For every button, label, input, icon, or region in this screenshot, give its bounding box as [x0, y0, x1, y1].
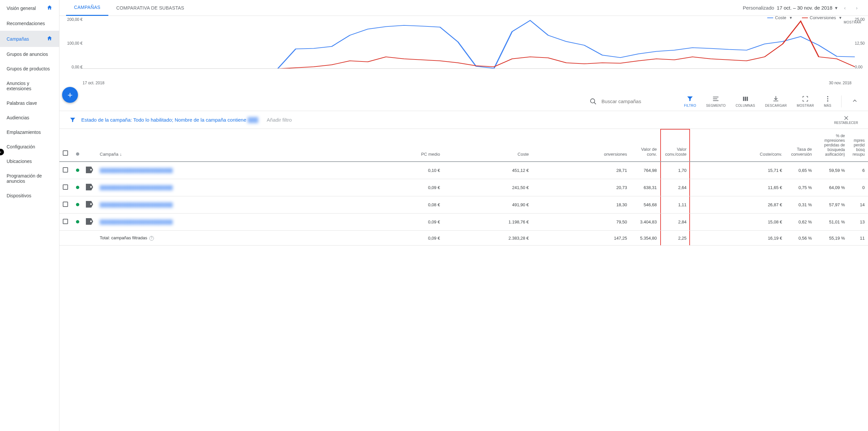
- status-header-icon: [76, 152, 79, 156]
- row-checkbox[interactable]: [63, 202, 68, 207]
- status-dot-icon: [76, 220, 79, 224]
- sidebar-item[interactable]: Dispositivos: [0, 189, 59, 203]
- svg-point-0: [591, 98, 595, 103]
- campaign-name[interactable]: ████████████████████████: [100, 168, 173, 173]
- x-end: 30 nov. 2018: [829, 81, 851, 85]
- x-start: 17 oct. 2018: [83, 81, 104, 85]
- sidebar-item[interactable]: Recomendaciones: [0, 16, 59, 31]
- sidebar-item[interactable]: Configuración: [0, 140, 59, 154]
- table-toolbar: FILTRO SEGMENTO COLUMNAS DESCARGAR MOSTR…: [59, 92, 868, 111]
- search-icon[interactable]: [590, 98, 597, 105]
- svg-point-9: [827, 98, 828, 99]
- more-tool[interactable]: MÁS: [824, 95, 831, 108]
- sidebar: Visión generalRecomendacionesCampañasGru…: [0, 0, 59, 431]
- date-label: Personalizado: [743, 5, 774, 10]
- svg-rect-6: [745, 97, 746, 101]
- col-coste[interactable]: Coste: [443, 129, 532, 162]
- sidebar-item[interactable]: Campañas: [0, 31, 59, 47]
- home-icon: [46, 5, 53, 11]
- row-checkbox[interactable]: [63, 167, 68, 173]
- status-dot-icon: [76, 203, 79, 206]
- date-range-picker[interactable]: Personalizado 17 oct. – 30 nov. de 2018 …: [743, 3, 861, 12]
- main-content: CAMPAÑASCOMPARATIVA DE SUBASTAS Personal…: [59, 0, 868, 431]
- table-row[interactable]: ████████████████████████ 0,09 € 241,50 €…: [59, 179, 868, 196]
- col-impr[interactable]: % de mpresiones perdidas de búsqueda asi…: [815, 129, 848, 162]
- status-dot-icon: [76, 186, 79, 189]
- row-checkbox[interactable]: [63, 219, 68, 224]
- table-row[interactable]: ████████████████████████ 0,08 € 491,90 €…: [59, 196, 868, 213]
- svg-rect-4: [713, 100, 719, 101]
- download-tool[interactable]: DESCARGAR: [765, 95, 787, 108]
- filter-tool[interactable]: FILTRO: [684, 95, 696, 108]
- svg-line-1: [594, 102, 596, 104]
- tab[interactable]: COMPARATIVA DE SUBASTAS: [108, 0, 192, 16]
- collapse-icon[interactable]: [851, 97, 858, 105]
- campaigns-table: Campaña↓ PC medio Coste onversiones Valo…: [59, 128, 868, 246]
- campaign-name[interactable]: ████████████████████████: [100, 202, 173, 207]
- filter-bar: Estado de la campaña: Todo lo habilitado…: [59, 111, 868, 128]
- col-cpc[interactable]: PC medio: [359, 129, 443, 162]
- select-all-checkbox[interactable]: [63, 150, 68, 156]
- add-filter[interactable]: Añadir filtro: [267, 117, 292, 123]
- col-impr2[interactable]: mpres perdid búsq resupu: [848, 129, 868, 162]
- sidebar-item[interactable]: Ubicaciones: [0, 154, 59, 169]
- col-tasa[interactable]: Tasa de conversión: [785, 129, 815, 162]
- tag-icon: [86, 184, 93, 191]
- sidebar-item[interactable]: Visión general: [0, 0, 59, 16]
- filter-chip[interactable]: Estado de la campaña: Todo lo habilitado…: [81, 117, 258, 123]
- date-value: 17 oct. – 30 nov. de 2018: [777, 5, 832, 10]
- tab[interactable]: CAMPAÑAS: [66, 0, 108, 16]
- svg-rect-3: [713, 98, 717, 99]
- sidebar-item[interactable]: Grupos de productos: [0, 61, 59, 76]
- segment-tool[interactable]: SEGMENTO: [706, 95, 726, 108]
- sidebar-item[interactable]: Grupos de anuncios: [0, 47, 59, 61]
- col-campaign[interactable]: Campaña↓: [96, 129, 359, 162]
- col-valor-conv[interactable]: Valor de conv.: [630, 129, 660, 162]
- svg-rect-7: [746, 97, 748, 101]
- info-icon[interactable]: ?: [149, 236, 154, 240]
- table-row[interactable]: ████████████████████████ 0,10 € 451,12 €…: [59, 162, 868, 179]
- search-box: [69, 98, 668, 105]
- tag-icon: [86, 201, 93, 207]
- dropdown-icon[interactable]: ▾: [835, 5, 838, 11]
- tabs-bar: CAMPAÑASCOMPARATIVA DE SUBASTAS Personal…: [59, 0, 868, 16]
- row-checkbox[interactable]: [63, 184, 68, 190]
- chart-area: Coste▾ Conversiones▾ MOSTRAR 200,00 € 10…: [59, 16, 868, 92]
- tag-icon: [86, 218, 93, 225]
- table-total-row: Total: campañas filtradas? 0,09 €2.383,2…: [59, 231, 868, 246]
- search-input[interactable]: [601, 98, 668, 105]
- campaign-name[interactable]: ████████████████████████: [100, 185, 173, 190]
- col-conversiones[interactable]: onversiones: [532, 129, 630, 162]
- expand-tool[interactable]: MOSTRAR: [797, 95, 814, 108]
- table-row[interactable]: ████████████████████████ 0,09 € 1.198,76…: [59, 213, 868, 231]
- sidebar-item[interactable]: Programación de anuncios: [0, 169, 59, 189]
- sidebar-item[interactable]: Audiencias: [0, 110, 59, 125]
- sidebar-item[interactable]: Palabras clave: [0, 96, 59, 110]
- svg-rect-5: [743, 97, 744, 101]
- home-icon: [46, 35, 53, 42]
- table-header-row: Campaña↓ PC medio Coste onversiones Valo…: [59, 129, 868, 162]
- col-coste-conv[interactable]: Coste/conv.: [690, 129, 785, 162]
- svg-point-10: [827, 100, 828, 102]
- sidebar-item[interactable]: Emplazamientos: [0, 125, 59, 140]
- svg-point-8: [827, 96, 828, 97]
- columns-tool[interactable]: COLUMNAS: [736, 95, 755, 108]
- line-chart: 200,00 € 100,00 € 0,00 € 25,00 12,50 0,0…: [79, 19, 855, 79]
- tag-icon: [86, 167, 93, 173]
- svg-rect-2: [713, 97, 719, 97]
- sidebar-item[interactable]: Anuncios y extensiones: [0, 76, 59, 96]
- funnel-icon: [69, 117, 76, 123]
- status-dot-icon: [76, 169, 79, 172]
- date-next-icon[interactable]: ›: [852, 3, 861, 12]
- col-valor-coste[interactable]: Valor conv./coste: [660, 129, 690, 162]
- add-campaign-fab[interactable]: +: [62, 87, 78, 103]
- reset-filters[interactable]: RESTABLECER: [834, 115, 858, 124]
- date-prev-icon[interactable]: ‹: [840, 3, 849, 12]
- campaign-name[interactable]: ████████████████████████: [100, 220, 173, 224]
